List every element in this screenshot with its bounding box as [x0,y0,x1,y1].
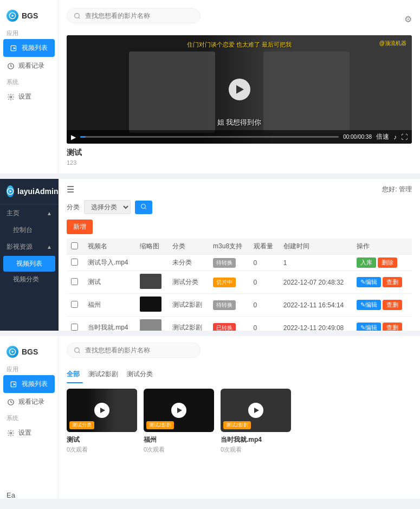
card-title-1: 福州 [144,435,214,444]
video-controls: ▶ 00:00/00:38 倍速 ♪ ⛶ [67,130,412,144]
svg-marker-3 [14,47,16,49]
main-content-3: 全部 测试2影剧 测试分类 测试分类 测试 0次观看 [59,336,420,499]
logo-circle-1 [7,10,18,22]
search-icon-admin [140,203,147,210]
col-m3u8: m3u8支持 [209,239,249,255]
cell-thumb-0 [135,255,168,271]
speed-btn[interactable]: 倍速 [376,132,389,141]
search-button[interactable] [135,201,152,214]
admin-nav-media[interactable]: 影视资源 ▲ [0,238,59,256]
category-select[interactable]: 选择分类 [84,200,131,214]
sidebar-item-history-1[interactable]: 观看记录 [0,57,58,75]
admin-nav-video-list[interactable]: 视频列表 [3,256,55,272]
sidebar-label-settings-3: 设置 [18,428,31,437]
video-info-1: 测试 123 [67,148,412,166]
select-all-checkbox[interactable] [71,242,78,249]
row-checkbox-0[interactable] [71,259,78,266]
admin-nav-main[interactable]: 主页 ▲ [0,204,59,222]
cell-category-2: 测试2影剧 [168,294,209,317]
volume-btn[interactable]: ♪ [393,133,397,141]
admin-nav-dashboard[interactable]: 控制台 [0,222,59,238]
sidebar-section-app-1: 应用 [0,26,58,39]
video-cards: 测试分类 测试 0次观看 测试2影剧 福州 0次观看 测试2影剧 [67,389,412,454]
video-grid-header: 全部 测试2影剧 测试分类 [67,370,412,383]
card-title-2: 当时我就.mp4 [221,435,291,444]
sidebar-item-video-list-1[interactable]: 视频列表 [3,39,55,57]
app-container-3: BGS 应用 视频列表 观看记录 系统 设置 [0,336,420,499]
sidebar-bottom-text-3: Ea [0,487,59,504]
table-row: 测试导入.mp4 未分类 待转换 0 1 入库删除 [67,255,412,271]
tab-all[interactable]: 全部 [67,370,80,379]
action-add-btn[interactable]: 入库 [357,257,376,268]
row-checkbox-2[interactable] [71,301,78,308]
video-watermark: @顶流机器 [379,40,406,47]
logo-circle-3 [7,346,18,358]
sidebar-item-settings-1[interactable]: 设置 [0,88,58,106]
action-delete-btn[interactable]: 删除 [378,257,397,268]
table-header: 视频名 缩略图 分类 m3u8支持 观看量 创建时间 操作 [67,239,412,255]
cell-m3u8-3: 已转换 [209,317,249,331]
video-card-0[interactable]: 测试分类 测试 0次观看 [67,389,137,454]
thumbnail-3 [140,319,161,331]
svg-point-18 [75,347,80,352]
video-card-1[interactable]: 测试2影剧 福州 0次观看 [144,389,214,454]
action-edit-btn[interactable]: ✎编辑 [357,300,381,310]
fullscreen-btn[interactable]: ⛶ [401,133,408,141]
action-edit-btn[interactable]: ✎编辑 [357,323,381,331]
video-play-button[interactable] [229,79,250,100]
admin-logo-circle [7,185,14,197]
progress-bar[interactable] [80,136,339,138]
video-table: 视频名 缩略图 分类 m3u8支持 观看量 创建时间 操作 测试导入.mp4 未… [67,239,412,331]
card-play-btn-2[interactable] [248,403,263,418]
category-filter-label: 分类 [67,203,80,212]
action-del-btn[interactable]: 查删 [383,277,402,287]
svg-line-19 [79,352,80,353]
video-card-2[interactable]: 测试2影剧 当时我就.mp4 0次观看 [221,389,291,454]
settings-gear-1[interactable]: ⚙ [404,14,412,24]
card-badge-1: 测试2影剧 [146,421,174,429]
admin-logo: layuiAdmin [0,179,59,204]
svg-point-17 [10,432,12,434]
row-checkbox-3[interactable] [71,324,78,331]
action-del-btn[interactable]: 查删 [383,323,402,331]
card-play-triangle-icon-2 [254,408,259,413]
sidebar-item-video-list-3[interactable]: 视频列表 [3,375,55,393]
menu-toggle-icon[interactable]: ☰ [67,184,74,195]
action-edit-btn[interactable]: ✎编辑 [357,277,381,287]
search-bar-3[interactable] [67,343,201,358]
col-category: 分类 [168,239,209,255]
sidebar-label-video-1: 视频列表 [22,43,48,53]
sidebar-item-history-3[interactable]: 观看记录 [0,393,58,411]
action-del-btn[interactable]: 查删 [383,300,402,310]
admin-header: ☰ 您好: 管理 [67,184,412,195]
search-input-3[interactable] [85,346,193,354]
play-control-btn[interactable]: ▶ [71,133,76,141]
cell-name-0: 测试导入.mp4 [83,255,135,271]
cell-actions-0: 入库删除 [352,255,412,271]
tab-cat-1[interactable]: 测试分类 [127,370,153,379]
cell-views-0: 0 [249,255,279,271]
sidebar-section-sys-1: 系统 [0,75,58,88]
admin-nav-video-category[interactable]: 视频分类 [0,272,59,287]
row-checkbox-1[interactable] [71,278,78,285]
sidebar-item-settings-3[interactable]: 设置 [0,424,58,442]
cell-thumb-3 [135,317,168,331]
chevron-up-icon-2: ▲ [47,244,52,250]
video-player-1[interactable]: 住门对门谈个恋爱 也太难了 最后可把我 @顶流机器 姐 我想得到你 ▶ 00:0… [67,35,412,144]
card-play-btn-1[interactable] [171,403,186,418]
col-thumb: 缩略图 [135,239,168,255]
add-video-button[interactable]: 新增 [67,220,93,234]
sidebar-logo-3: BGS [0,342,58,362]
sidebar-1: BGS 应用 视频列表 观看记录 系统 设置 [0,0,59,173]
card-play-btn-0[interactable] [94,403,109,418]
filter-row: 分类 选择分类 [67,200,412,214]
svg-marker-15 [14,383,16,385]
greeting-text: 您好: 管理 [382,185,412,194]
card-views-0: 0次观看 [67,446,137,454]
cell-actions-2: ✎编辑查删 [352,294,412,317]
search-input-1[interactable] [85,12,193,20]
svg-point-6 [75,13,80,18]
search-bar-1[interactable] [67,8,201,23]
tab-cat-2[interactable]: 测试2影剧 [88,370,118,379]
cell-actions-3: ✎编辑查删 [352,317,412,331]
